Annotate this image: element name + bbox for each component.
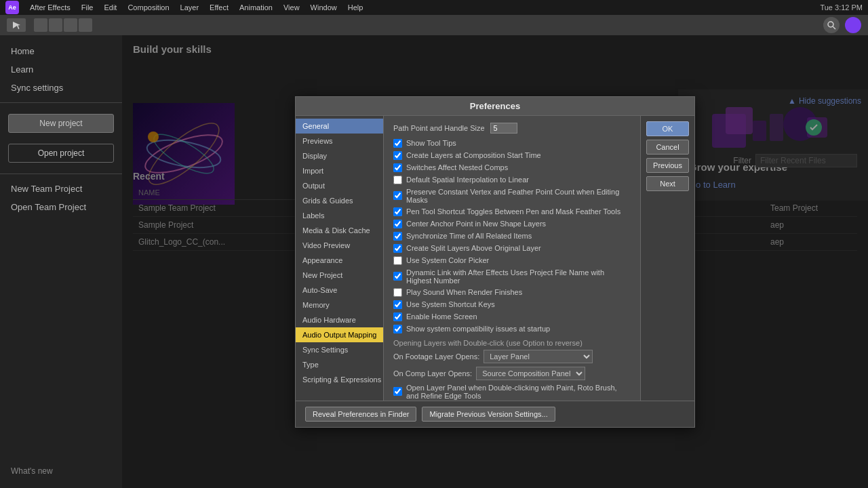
pref-check-5: Pen Tool Shortcut Toggles Between Pen an… [393,207,631,216]
pref-nav-auto-save[interactable]: Auto-Save [296,283,383,298]
menu-help[interactable]: Help [344,2,368,13]
ok-button[interactable]: OK [646,121,689,136]
menu-edit[interactable]: Edit [100,2,121,13]
menu-file[interactable]: File [77,2,98,13]
on-comp-label: On Comp Layer Opens: [393,369,472,378]
label-center-anchor: Center Anchor Point in New Shape Layers [406,220,546,228]
label-switches: Switches Affect Nested Comps [406,163,508,171]
pref-nav-new-project[interactable]: New Project [296,268,383,283]
label-sync-time: Synchronize Time of All Related Items [406,232,532,240]
menubar-right: Tue 3:12 PM [820,3,863,12]
cancel-button[interactable]: Cancel [646,140,689,155]
pref-nav-output[interactable]: Output [296,178,383,193]
label-create-layers: Create Layers at Composition Start Time [406,151,541,159]
preferences-buttons: OK Cancel Previous Next [640,116,694,401]
previous-button[interactable]: Previous [646,158,689,173]
pref-nav-memory[interactable]: Memory [296,298,383,312]
content-area: RRCG 人人素材 RRCG 人人素材 Build your skills [122,35,868,488]
preferences-footer: Reveal Preferences in Finder Migrate Pre… [296,401,694,427]
checkbox-home-screen[interactable] [393,312,402,321]
svg-marker-0 [13,22,20,29]
checkbox-center-anchor[interactable] [393,220,402,228]
pref-nav-sync[interactable]: Sync Settings [296,342,383,357]
checkbox-dynamic-link[interactable] [393,272,402,281]
menu-after-effects[interactable]: After Effects [26,2,75,13]
pref-check-6: Center Anchor Point in New Shape Layers [393,220,631,228]
toolbar-icon-select[interactable] [7,18,26,32]
migrate-settings-button[interactable]: Migrate Previous Version Settings... [422,407,555,422]
checkbox-switches[interactable] [393,163,402,172]
menu-animation[interactable]: Animation [235,2,277,13]
menu-effect[interactable]: Effect [205,2,233,13]
on-footage-row: On Footage Layer Opens: Layer Panel Sour… [393,350,631,363]
pref-nav-appearance[interactable]: Appearance [296,253,383,268]
sidebar-item-new-team[interactable]: New Team Project [0,180,122,198]
label-default-spatial: Default Spatial Interpolation to Linear [406,176,529,184]
pref-nav-type[interactable]: Type [296,357,383,372]
pref-nav-audio-hardware[interactable]: Audio Hardware [296,312,383,327]
preferences-title: Preferences [296,97,694,116]
checkbox-show-tooltips[interactable] [393,139,402,148]
sidebar-item-sync[interactable]: Sync settings [0,79,122,97]
system-time: Tue 3:12 PM [820,3,863,12]
tool-camera[interactable] [79,18,92,32]
sidebar-item-open-team[interactable]: Open Team Project [0,198,122,216]
sidebar-item-learn[interactable]: Learn [0,60,122,79]
pref-nav-media[interactable]: Media & Disk Cache [296,223,383,238]
sidebar-divider2 [0,174,122,174]
label-pen-toggle: Pen Tool Shortcut Toggles Between Pen an… [406,207,620,216]
new-project-button[interactable]: New project [8,114,114,133]
user-avatar[interactable] [845,17,861,33]
checkbox-create-split[interactable] [393,244,402,253]
pref-nav-video-preview[interactable]: Video Preview [296,238,383,253]
checkbox-create-layers[interactable] [393,151,402,160]
menu-layer[interactable]: Layer [176,2,203,13]
checkbox-open-layer-panel[interactable] [393,387,402,396]
reveal-preferences-button[interactable]: Reveal Preferences in Finder [305,407,416,422]
pref-nav-previews[interactable]: Previews [296,134,383,148]
tool-text[interactable] [49,18,62,32]
menu-composition[interactable]: Composition [123,2,173,13]
pref-nav-grids[interactable]: Grids & Guides [296,193,383,208]
pref-check-1: Create Layers at Composition Start Time [393,151,631,160]
label-system-color: Use System Color Picker [406,256,489,264]
menu-view[interactable]: View [279,2,304,13]
pref-nav-labels[interactable]: Labels [296,208,383,223]
path-size-label: Path Point and Handle Size [393,124,485,132]
pref-nav-general[interactable]: General [296,119,383,134]
on-comp-select[interactable]: Source Composition Panel [476,367,585,380]
checkbox-sync-time[interactable] [393,232,402,241]
checkbox-preserve-vertex[interactable] [393,191,402,200]
pref-check-12: Use System Shortcut Keys [393,300,631,309]
tool-shape[interactable] [64,18,77,32]
checkbox-play-sound[interactable] [393,288,402,297]
checkbox-system-shortcut[interactable] [393,300,402,309]
checkbox-default-spatial[interactable] [393,176,402,184]
pref-nav-audio-output[interactable]: Audio Output Mapping [296,327,383,342]
pref-check-7: Synchronize Time of All Related Items [393,232,631,241]
on-footage-select[interactable]: Layer Panel Source Composition Panel [484,350,593,363]
label-open-layer-panel: Open Layer Panel when Double-clicking wi… [406,384,631,400]
checkbox-compatibility[interactable] [393,325,402,333]
checkbox-pen-toggle[interactable] [393,207,402,216]
pref-nav-display[interactable]: Display [296,148,383,163]
svg-point-1 [828,22,833,27]
pref-check-14: Show system compatibility issues at star… [393,325,631,333]
search-icon[interactable] [823,17,840,33]
pref-nav-import[interactable]: Import [296,163,383,178]
sidebar-divider [0,102,122,103]
sidebar-item-home[interactable]: Home [0,42,122,60]
menu-window[interactable]: Window [307,2,341,13]
sidebar-whats-new[interactable]: What's new [0,461,122,481]
path-size-input[interactable] [490,123,517,134]
next-button[interactable]: Next [646,176,689,191]
open-layer-panel-row: Open Layer Panel when Double-clicking wi… [393,384,631,400]
open-project-button[interactable]: Open project [8,144,114,163]
pref-check-9: Use System Color Picker [393,256,631,265]
toolbar-right [823,17,861,33]
pref-nav-scripting[interactable]: Scripting & Expressions [296,372,383,387]
preferences-dialog: Preferences General Previews Display Imp… [295,96,695,428]
pref-check-11: Play Sound When Render Finishes [393,288,631,297]
tool-pen[interactable] [34,18,47,32]
checkbox-system-color[interactable] [393,256,402,265]
